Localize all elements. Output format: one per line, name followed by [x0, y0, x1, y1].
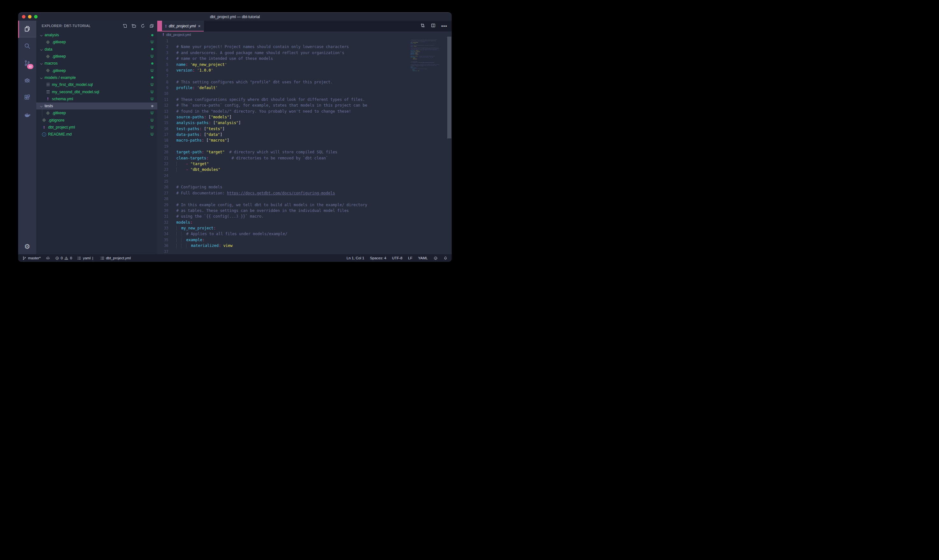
indentation-indicator[interactable]: Spaces: 4	[370, 256, 386, 260]
code-line-4: 4# name or the intended use of these mod…	[157, 56, 452, 62]
error-circle-icon	[55, 256, 59, 260]
code-line-25: 25	[157, 178, 452, 184]
tab-label: dbt_project.yml	[169, 24, 196, 28]
window-title: dbt_project.yml — dbt-tutorial	[210, 15, 260, 19]
line-number: 1	[157, 38, 168, 44]
activity-settings[interactable]: ⚙	[18, 239, 36, 254]
minimize-window-button[interactable]	[28, 15, 31, 18]
search-icon	[23, 42, 31, 51]
git-untracked-badge: U	[151, 90, 154, 94]
tree-item-models-example[interactable]: models / example	[36, 74, 157, 81]
line-number: 8	[157, 79, 168, 85]
minimap[interactable]: # Name your project! Project names shoul…	[411, 38, 446, 74]
line-number: 30	[157, 208, 168, 214]
refresh-icon[interactable]	[140, 23, 145, 28]
branch-label: master*	[28, 256, 41, 260]
tree-item-schema-yml[interactable]: !schema.ymlU	[36, 95, 157, 103]
notifications-button[interactable]	[443, 256, 448, 260]
new-file-icon[interactable]	[123, 23, 127, 28]
cloud-upload-icon	[46, 256, 50, 260]
tree-item--gitignore[interactable]: .gitignoreU	[36, 117, 157, 124]
code-line-16: 16test-paths: ["tests"]	[157, 126, 452, 132]
close-tab-icon[interactable]: ×	[198, 24, 200, 28]
code-line-3: 3# and underscores. A good package name …	[157, 50, 452, 56]
git-untracked-badge: U	[151, 97, 154, 101]
cursor-position[interactable]: Ln 1, Col 1	[346, 256, 365, 260]
git-untracked-badge: U	[151, 54, 154, 58]
activity-docker[interactable]	[18, 106, 36, 124]
open-changes-icon[interactable]	[420, 23, 425, 29]
tab-dbt-project-yml[interactable]: ! dbt_project.yml ×	[162, 21, 204, 31]
eol-indicator[interactable]: LF	[408, 256, 412, 260]
sync-button[interactable]	[46, 256, 50, 260]
line-number: 28	[157, 196, 168, 202]
line-number: 17	[157, 132, 168, 137]
tree-item-dbt-project-yml[interactable]: !dbt_project.ymlU	[36, 124, 157, 131]
new-folder-icon[interactable]	[131, 23, 136, 28]
activity-debug[interactable]	[18, 72, 36, 89]
tree-item--gitkeep[interactable]: .gitkeepU	[36, 109, 157, 117]
code-line-13: 13# found in the "models/" directory. Yo…	[157, 109, 452, 114]
tree-item--gitkeep[interactable]: .gitkeepU	[36, 38, 157, 46]
active-tab-underline	[157, 31, 204, 32]
desktop: dbt_project.yml — dbt-tutorial 11	[0, 0, 469, 280]
line-number: 20	[157, 149, 168, 155]
tree-item-data[interactable]: data	[36, 46, 157, 53]
close-window-button[interactable]	[22, 15, 25, 18]
activity-explorer[interactable]	[18, 21, 36, 38]
breadcrumb: ! dbt_project.yml	[157, 31, 452, 38]
yaml-task-indicator[interactable]: yaml |	[77, 256, 95, 260]
tree-item-readme-md[interactable]: iREADME.mdU	[36, 131, 157, 138]
more-actions-icon[interactable]: •••	[441, 25, 447, 27]
code-line-21: 21clean-targets: # directories to be rem…	[157, 155, 452, 161]
info-icon: i	[42, 132, 46, 137]
tree-item--gitkeep[interactable]: .gitkeepU	[36, 53, 157, 60]
language-mode[interactable]: YAML	[418, 256, 428, 260]
traffic-lights	[22, 13, 38, 21]
breadcrumb-file[interactable]: dbt_project.yml	[166, 33, 191, 37]
zoom-window-button[interactable]	[34, 15, 38, 18]
tree-item-my-first-dbt-model-sql[interactable]: my_first_dbt_model.sqlU	[36, 81, 157, 88]
chevron-down-icon	[40, 48, 43, 51]
tree-item-analysis[interactable]: analysis	[36, 31, 157, 38]
tree-item-macros[interactable]: macros	[36, 60, 157, 67]
tree-item-label: .gitignore	[48, 118, 151, 123]
tree-item-label: .gitkeep	[52, 40, 151, 44]
tree-item-label: dbt_project.yml	[48, 125, 151, 129]
extensions-icon	[23, 94, 31, 103]
code-line-8: 8# This setting configures which "profil…	[157, 79, 452, 85]
split-editor-icon[interactable]	[431, 23, 436, 29]
tree-item-tests[interactable]: tests	[36, 103, 157, 109]
line-number: 9	[157, 85, 168, 91]
line-number: 35	[157, 237, 168, 243]
line-number: 33	[157, 225, 168, 231]
activity-bar: 11 ⚙	[18, 21, 36, 254]
sql-file-icon	[46, 90, 50, 94]
tree-item-my-second-dbt-model-sql[interactable]: my_second_dbt_model.sqlU	[36, 88, 157, 95]
line-number: 6	[157, 68, 168, 73]
branch-indicator[interactable]: master*	[22, 256, 41, 260]
git-untracked-badge: U	[151, 40, 154, 44]
problems-indicator[interactable]: 0 0	[55, 256, 72, 260]
tree-item--gitkeep[interactable]: .gitkeepU	[36, 67, 157, 74]
code-line-34: 34 # Applies to all files under models/e…	[157, 231, 452, 237]
file-task-indicator[interactable]: dbt_project.yml	[100, 256, 131, 260]
code-editor[interactable]: 12# Name your project! Project names sho…	[157, 38, 452, 254]
activity-source-control[interactable]: 11	[18, 55, 36, 72]
editor-group: ! dbt_project.yml × ••• ! dbt_project.ym…	[157, 21, 452, 254]
tree-item-label: my_first_dbt_model.sql	[52, 82, 151, 87]
scrollbar-thumb[interactable]	[447, 37, 451, 138]
activity-search[interactable]	[18, 38, 36, 55]
file-task-label: dbt_project.yml	[106, 256, 131, 260]
feedback-button[interactable]	[434, 256, 438, 260]
encoding-indicator[interactable]: UTF-8	[392, 256, 403, 260]
git-file-icon	[46, 40, 50, 44]
git-modified-dot	[151, 34, 154, 36]
activity-extensions[interactable]	[18, 89, 36, 106]
code-line-37: 37	[157, 249, 452, 255]
sql-file-icon	[46, 83, 50, 87]
code-line-31: 31# using the `{{ config(...) }}` macro.	[157, 214, 452, 219]
sidebar-sash[interactable]	[157, 21, 162, 31]
explorer-title: EXPLORER: DBT-TUTORIAL	[42, 24, 123, 28]
collapse-all-icon[interactable]	[149, 23, 154, 28]
